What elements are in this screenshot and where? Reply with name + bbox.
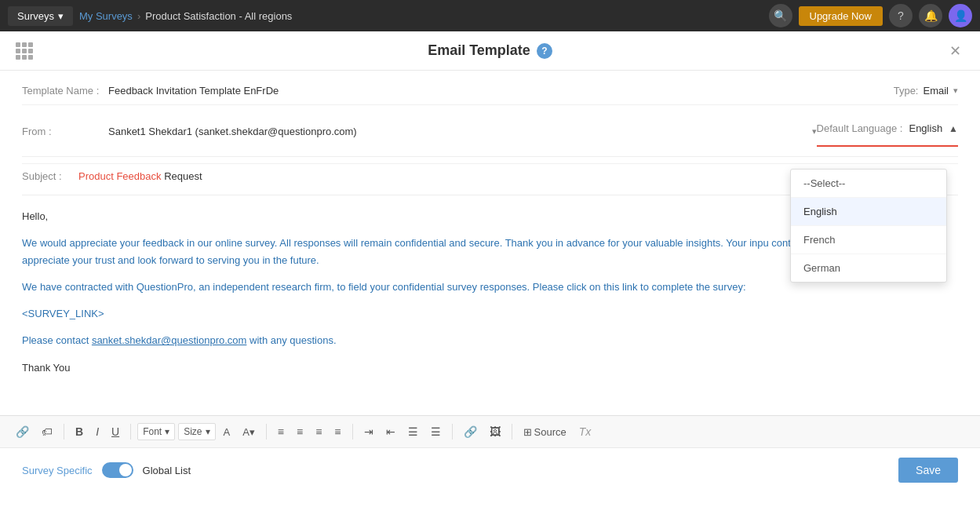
size-selector[interactable]: Size ▾ [178,423,215,440]
size-dropdown-icon: ▾ [206,426,210,437]
notifications-icon-button[interactable]: 🔔 [919,4,942,27]
indent-increase-button[interactable]: ⇥ [359,422,378,441]
modal-title: Email Template ? [428,42,552,59]
template-name-value: Feedback Invitation Template EnFrDe [108,85,894,97]
dropdown-option-select[interactable]: --Select-- [791,170,946,198]
breadcrumb: My Surveys › Product Satisfaction - All … [79,10,292,22]
underline-button[interactable]: U [107,422,124,441]
top-navigation: Surveys ▾ My Surveys › Product Satisfact… [0,0,980,31]
search-icon-button[interactable]: 🔍 [769,4,792,27]
toolbar-separator-3 [266,424,267,440]
template-name-label: Template Name : [22,85,108,97]
type-dropdown-icon[interactable]: ▾ [953,86,958,96]
surveys-label: Surveys [17,10,54,22]
thank-you-text: Thank You [22,359,958,377]
toolbar-separator-5 [452,424,453,440]
breadcrumb-current: Product Satisfaction - All regions [145,10,292,22]
help-icon-button[interactable]: ? [889,4,913,27]
subject-rest: Request [162,170,202,182]
survey-link: <SURVEY_LINK> [22,305,958,323]
unordered-list-button[interactable]: ☰ [403,422,423,441]
indent-decrease-button[interactable]: ⇤ [381,422,400,441]
ordered-list-button[interactable]: ☰ [426,422,446,441]
tag-button[interactable]: 🏷 [37,422,57,441]
clear-format-button[interactable]: Tx [574,422,596,441]
font-dropdown-icon: ▾ [165,426,169,437]
font-color-button[interactable]: A [219,423,235,441]
insert-image-button[interactable]: 🖼 [485,422,505,441]
modal-footer: Survey Specific Global List Save [0,447,980,492]
language-underline [817,145,958,147]
upgrade-button[interactable]: Upgrade Now [799,6,883,26]
toolbar-separator-6 [512,424,512,440]
editor-toolbar: 🔗 🏷 B I U Font ▾ Size ▾ A A▾ ≡ ≡ ≡ ≡ ⇥ ⇤… [0,415,980,447]
dropdown-option-french[interactable]: French [791,226,946,254]
modal-header: Email Template ? ✕ [0,31,980,71]
toggle-switch[interactable] [102,462,133,478]
font-label: Font [143,426,162,437]
insert-link-button[interactable]: 🔗 [459,422,482,441]
align-center-button[interactable]: ≡ [292,422,308,441]
source-button[interactable]: ⊞ Source [519,423,571,441]
highlight-color-button[interactable]: A▾ [238,423,260,441]
nav-icons: 🔍 Upgrade Now ? 🔔 👤 [769,4,973,27]
default-language-label: Default Language : [817,122,903,134]
from-section: From : Sanket1 Shekdar1 (sanket.shekdar@… [22,126,817,137]
source-label: Source [534,426,567,438]
toolbar-separator-1 [64,424,64,440]
close-button[interactable]: ✕ [945,42,964,60]
surveys-menu-button[interactable]: Surveys ▾ [8,6,73,26]
breadcrumb-separator: › [137,10,140,22]
source-icon: ⊞ [523,426,532,438]
toolbar-separator-2 [130,424,131,440]
align-justify-button[interactable]: ≡ [330,422,345,441]
language-dropdown: --Select-- English French German [790,169,947,283]
from-row: From : Sanket1 Shekdar1 (sanket.shekdar@… [22,115,958,148]
global-list-label: Global List [143,465,191,476]
toggle-knob [119,464,132,476]
email-template-modal: Email Template ? ✕ Template Name : Feedb… [0,31,980,518]
form-area: Template Name : Feedback Invitation Temp… [0,71,980,156]
link-button[interactable]: 🔗 [11,422,34,441]
dropdown-option-english[interactable]: English [791,198,946,226]
type-section: Type: Email ▾ [894,85,958,97]
survey-specific-label[interactable]: Survey Specific [22,465,93,476]
save-button[interactable]: Save [898,458,958,483]
from-value: Sanket1 Shekdar1 (sanket.shekdar@questio… [108,126,806,137]
breadcrumb-my-surveys[interactable]: My Surveys [79,10,133,22]
subject-highlight: Product Feedback [78,170,162,182]
bold-button[interactable]: B [71,422,88,441]
align-left-button[interactable]: ≡ [273,422,289,441]
toolbar-separator-4 [352,424,353,440]
align-right-button[interactable]: ≡ [311,422,326,441]
modal-title-text: Email Template [428,42,530,59]
grid-icon[interactable] [16,42,33,60]
language-section: Default Language : English ▲ [817,122,958,140]
user-avatar[interactable]: 👤 [949,4,972,27]
type-label: Type: [894,85,919,97]
size-label: Size [184,426,202,437]
default-language-value: English [909,122,942,134]
footer-left: Survey Specific Global List [22,462,191,478]
help-icon[interactable]: ? [537,43,552,59]
font-selector[interactable]: Font ▾ [137,423,175,440]
from-label: From : [22,126,108,137]
surveys-chevron-icon: ▾ [58,10,64,22]
subject-label: Subject : [22,170,78,182]
subject-value: Product Feedback Request [78,170,202,182]
contact-line: Please contact sanket.shekdar@questionpr… [22,332,958,349]
template-name-row: Template Name : Feedback Invitation Temp… [22,85,958,105]
type-value: Email [923,85,949,97]
contact-email: sanket.shekdar@questionpro.com [92,334,246,346]
language-dropdown-icon[interactable]: ▲ [949,123,958,134]
italic-button[interactable]: I [91,422,104,441]
dropdown-option-german[interactable]: German [791,254,946,282]
